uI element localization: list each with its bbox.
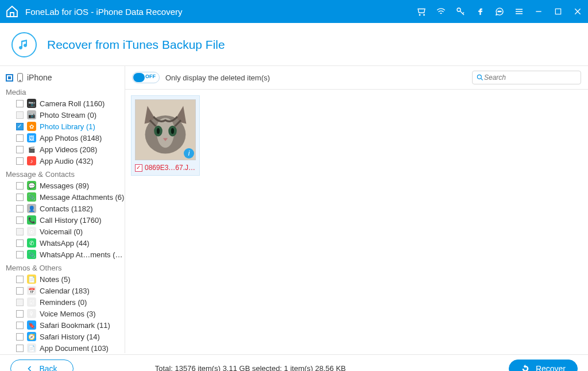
group-title: Media [6, 84, 125, 98]
tree-item-checkbox[interactable] [16, 287, 24, 295]
tree-item-checkbox[interactable] [16, 276, 24, 283]
category-icon: 💬 [27, 181, 36, 190]
thumbnail-checkbox[interactable] [135, 164, 142, 172]
body: iPhone Media📷Camera Roll (1160)📷Photo St… [0, 66, 588, 353]
recover-label: Recover [536, 364, 566, 372]
page-title: Recover from iTunes Backup File [47, 38, 225, 52]
thumbnail-filename: 0869E3…67.JPG [145, 164, 196, 172]
info-icon[interactable]: i [184, 148, 194, 159]
menu-icon[interactable] [513, 6, 525, 17]
tree-item-label: WhatsApp At…ments (227) [40, 250, 125, 259]
group-title: Memos & Others [6, 260, 125, 273]
tree-item[interactable]: ⦿Voicemail (0) [6, 226, 125, 237]
chat-icon[interactable] [494, 6, 505, 17]
tree-item-checkbox[interactable] [16, 123, 24, 130]
search-input[interactable] [484, 74, 577, 82]
tree-item-label: Messages (89) [40, 181, 89, 190]
tree-item[interactable]: 📎WhatsApp At…ments (227) [6, 249, 125, 260]
tree-item[interactable]: 🔖Safari Bookmark (11) [6, 319, 125, 331]
tree-item-label: WhatsApp (44) [40, 239, 90, 248]
music-note-icon [11, 32, 37, 57]
svg-point-12 [157, 128, 160, 134]
status-text: Total: 13576 item(s) 3.11 GB selected: 1… [155, 364, 346, 371]
deleted-only-toggle[interactable]: OFF [132, 72, 160, 83]
category-icon: ☑ [27, 297, 36, 307]
tree-item-checkbox[interactable] [16, 299, 24, 306]
tree-item[interactable]: ✿Photo Library (1) [6, 121, 125, 132]
tree-item-checkbox[interactable] [16, 205, 24, 212]
window-title: FoneLab for iOS - iPhone Data Recovery [25, 7, 416, 17]
tree-item-label: Voice Memos (3) [40, 310, 96, 318]
tree-item-checkbox[interactable] [16, 111, 24, 119]
back-button[interactable]: Back [10, 360, 74, 372]
footer: Back Total: 13576 item(s) 3.11 GB select… [0, 354, 588, 371]
sidebar: iPhone Media📷Camera Roll (1160)📷Photo St… [0, 66, 125, 353]
tree-item-checkbox[interactable] [16, 182, 24, 190]
tree-item-checkbox[interactable] [16, 194, 24, 201]
tree-item-checkbox[interactable] [16, 100, 24, 107]
tree-item-checkbox[interactable] [16, 322, 24, 329]
device-row[interactable]: iPhone [6, 71, 125, 84]
tree-item[interactable]: 🧭Safari History (14) [6, 331, 125, 342]
tree-item[interactable]: 📄Notes (5) [6, 273, 125, 285]
tree-item[interactable]: ✆WhatsApp (44) [6, 237, 125, 249]
cart-icon[interactable] [416, 6, 427, 17]
category-icon: 🎬 [27, 145, 36, 154]
category-icon: ✿ [27, 122, 36, 131]
svg-point-3 [501, 11, 502, 12]
tree-item[interactable]: 📄App Document (103) [6, 342, 125, 353]
search-box[interactable] [472, 71, 581, 84]
category-icon: 🎙 [27, 309, 36, 318]
tree-item[interactable]: 📷Camera Roll (1160) [6, 98, 125, 109]
tree-item-label: Calendar (183) [40, 287, 90, 295]
tree-item-label: App Document (103) [40, 344, 109, 353]
tree-item[interactable]: 🎙Voice Memos (3) [6, 308, 125, 319]
tree-item-checkbox[interactable] [16, 251, 24, 258]
tree-item[interactable]: 📞Call History (1760) [6, 214, 125, 226]
tree-item[interactable]: ♪App Audio (432) [6, 155, 125, 167]
device-checkbox[interactable] [6, 74, 13, 82]
thumbnail-caption: 0869E3…67.JPG [135, 160, 196, 172]
content-grid: i 0869E3…67.JPG [125, 90, 588, 353]
title-bar: FoneLab for iOS - iPhone Data Recovery [0, 0, 588, 23]
tree-item-checkbox[interactable] [16, 146, 24, 153]
category-icon: ⦿ [27, 227, 36, 236]
search-icon [476, 74, 484, 82]
thumbnail[interactable]: i 0869E3…67.JPG [131, 95, 200, 176]
tree-item-checkbox[interactable] [16, 134, 24, 142]
facebook-icon[interactable] [474, 6, 486, 17]
title-bar-actions [416, 6, 583, 17]
tree-item[interactable]: ☑Reminders (0) [6, 296, 125, 308]
tree-item-checkbox[interactable] [16, 345, 24, 352]
tree-item[interactable]: 📅Calendar (183) [6, 285, 125, 296]
tree-item[interactable]: 📎Message Attachments (6) [6, 191, 125, 203]
tree-item-label: Reminders (0) [40, 298, 87, 307]
tree-item-label: Safari History (14) [40, 333, 100, 341]
tree-item-checkbox[interactable] [16, 239, 24, 247]
svg-point-13 [171, 128, 174, 134]
tree-item[interactable]: 💬Messages (89) [6, 180, 125, 191]
tree-item-checkbox[interactable] [16, 157, 24, 165]
minimize-icon[interactable] [533, 6, 544, 17]
category-icon: ♪ [27, 156, 36, 165]
category-icon: 📄 [27, 343, 36, 353]
tree-item-checkbox[interactable] [16, 228, 24, 235]
home-icon[interactable] [5, 4, 20, 19]
wifi-icon[interactable] [435, 6, 447, 17]
tree-item[interactable]: 📷Photo Stream (0) [6, 109, 125, 121]
tree-item[interactable]: 👤Contacts (1182) [6, 203, 125, 214]
tree-item[interactable]: 🎬App Videos (208) [6, 144, 125, 155]
key-icon[interactable] [455, 6, 466, 17]
tree-item-checkbox[interactable] [16, 333, 24, 341]
tree-item[interactable]: 🖼App Photos (8148) [6, 132, 125, 144]
tree-item-checkbox[interactable] [16, 217, 24, 224]
tree-item-checkbox[interactable] [16, 310, 24, 318]
svg-point-1 [498, 11, 499, 12]
svg-point-7 [477, 75, 481, 79]
category-icon: 🖼 [27, 133, 36, 142]
maximize-icon[interactable] [552, 6, 564, 17]
close-icon[interactable] [572, 6, 583, 17]
recover-button[interactable]: Recover [509, 360, 578, 372]
refresh-icon [521, 364, 530, 372]
svg-point-2 [499, 11, 500, 12]
